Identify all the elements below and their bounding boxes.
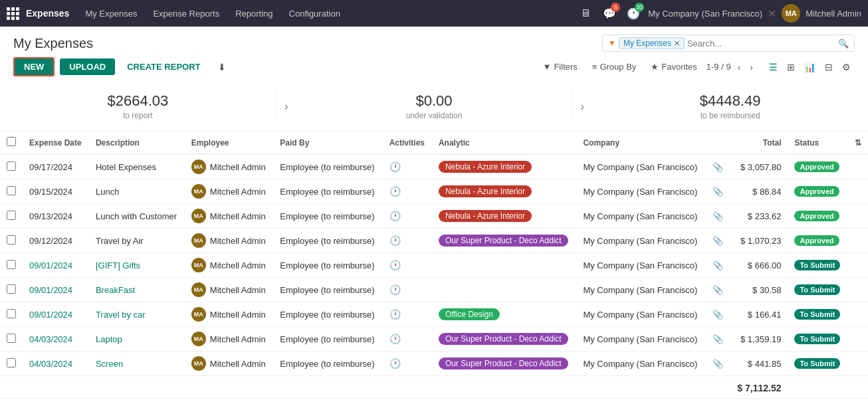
col-actions: ⇅: [848, 132, 868, 154]
date-cell[interactable]: 09/01/2024: [23, 253, 89, 278]
date-cell[interactable]: 04/03/2024: [23, 352, 89, 376]
activity-clock-icon[interactable]: 🕐: [389, 358, 401, 369]
search-input[interactable]: [687, 39, 838, 49]
activity-icon-btn[interactable]: 🕐 30: [624, 4, 643, 23]
kanban-view-icon[interactable]: ⊞: [783, 59, 799, 75]
activity-clock-icon[interactable]: 🕐: [389, 309, 401, 320]
app-logo[interactable]: Expenses: [7, 7, 69, 20]
total-cell: $ 441.85: [730, 352, 788, 376]
employee-cell: MA Mitchell Admin: [185, 352, 273, 376]
filter-icon-small: ▼: [543, 62, 552, 72]
chat-icon-btn[interactable]: 💬 5: [600, 4, 619, 23]
company-cell: My Company (San Francisco): [576, 253, 705, 278]
date-cell[interactable]: 09/01/2024: [23, 278, 89, 302]
description-cell[interactable]: Travel by car: [89, 302, 185, 327]
employee-name: Mitchell Admin: [210, 334, 266, 344]
to-report-arrow[interactable]: ›: [276, 100, 296, 114]
to-be-reimbursed-label: to be reimbursed: [592, 111, 868, 120]
row-checkbox[interactable]: [7, 260, 16, 269]
next-page-button[interactable]: ›: [747, 60, 756, 74]
group-by-label: Group By: [599, 62, 636, 72]
row-checkbox[interactable]: [7, 161, 16, 171]
company-cell: My Company (San Francisco): [576, 302, 705, 327]
search-button[interactable]: 🔍: [838, 39, 849, 49]
nav-right-area: 🖥 💬 5 🕐 30 My Company (San Francisco) ✕ …: [576, 4, 861, 23]
nav-my-expenses[interactable]: My Expenses: [78, 6, 144, 21]
activity-clock-icon[interactable]: 🕐: [389, 211, 401, 221]
summary-to-be-reimbursed: $4448.49 to be reimbursed: [592, 92, 868, 120]
date-cell[interactable]: 09/01/2024: [23, 302, 89, 327]
nav-configuration[interactable]: Configuration: [282, 6, 347, 21]
employee-avatar: MA: [191, 356, 206, 371]
list-view-icon[interactable]: ☰: [765, 59, 782, 75]
grid-icon: [7, 7, 19, 20]
col-description[interactable]: Description: [89, 132, 185, 154]
activity-clock-icon[interactable]: 🕐: [389, 235, 401, 246]
nav-reporting[interactable]: Reporting: [229, 6, 279, 21]
filter-tag-label: My Expenses: [623, 39, 671, 48]
activity-clock-icon[interactable]: 🕐: [389, 284, 401, 295]
status-badge: Approved: [794, 211, 839, 221]
chart-view-icon[interactable]: 📊: [800, 59, 819, 75]
search-bar: ▼ My Expenses ✕ 🔍: [602, 35, 855, 52]
settings-view-icon[interactable]: ⚙: [838, 59, 855, 75]
col-status[interactable]: Status: [788, 132, 847, 154]
date-cell: 09/17/2024: [23, 154, 89, 179]
under-validation-arrow[interactable]: ›: [572, 100, 592, 114]
date-cell: 09/13/2024: [23, 204, 89, 229]
date-cell[interactable]: 04/03/2024: [23, 327, 89, 352]
new-button[interactable]: NEW: [13, 57, 54, 76]
row-checkbox[interactable]: [7, 211, 16, 220]
download-button[interactable]: ⬇: [213, 58, 231, 76]
prev-page-button[interactable]: ‹: [735, 60, 744, 74]
support-icon-btn[interactable]: 🖥: [576, 4, 595, 23]
col-employee[interactable]: Employee: [185, 132, 273, 154]
group-by-button[interactable]: ≡ Group By: [587, 59, 642, 74]
filters-button[interactable]: ▼ Filters: [538, 59, 583, 74]
favorites-button[interactable]: ★ Favorites: [645, 59, 702, 74]
upload-button[interactable]: UPLOAD: [60, 58, 115, 75]
row-checkbox[interactable]: [7, 284, 16, 294]
col-expense-date[interactable]: Expense Date: [23, 132, 89, 154]
description-cell[interactable]: BreakFast: [89, 278, 185, 302]
activity-clock-icon[interactable]: 🕐: [389, 260, 401, 270]
row-checkbox[interactable]: [7, 358, 16, 367]
analytic-cell: Nebula - Azure Interior: [432, 179, 576, 204]
filter-tag-close[interactable]: ✕: [674, 39, 680, 48]
user-avatar[interactable]: MA: [782, 4, 800, 23]
col-total[interactable]: Total: [730, 132, 788, 154]
page-title: My Expenses: [13, 36, 93, 51]
employee-name: Mitchell Admin: [210, 359, 266, 369]
row-checkbox[interactable]: [7, 235, 16, 245]
summary-under-validation: $0.00 under validation: [296, 92, 573, 120]
col-company[interactable]: Company: [576, 132, 705, 154]
description-cell[interactable]: Screen: [89, 352, 185, 376]
nav-expense-reports[interactable]: Expense Reports: [146, 6, 226, 21]
activities-cell: 🕐: [383, 327, 432, 352]
grid-view-icon[interactable]: ⊟: [821, 59, 837, 75]
col-paid-by[interactable]: Paid By: [273, 132, 382, 154]
description-cell: Lunch with Customer: [89, 204, 185, 229]
summary-to-report: $2664.03 to report: [0, 92, 276, 120]
create-report-button[interactable]: CREATE REPORT: [120, 58, 207, 75]
under-validation-amount: $0.00: [296, 92, 572, 110]
row-checkbox[interactable]: [7, 186, 16, 195]
select-all-checkbox[interactable]: [7, 137, 16, 146]
clip-cell: 📎: [706, 179, 730, 204]
row-checkbox[interactable]: [7, 309, 16, 318]
description-cell[interactable]: Laptop: [89, 327, 185, 352]
settings-icon[interactable]: ✕: [768, 7, 776, 20]
col-analytic[interactable]: Analytic: [432, 132, 576, 154]
activity-clock-icon[interactable]: 🕐: [389, 161, 401, 172]
activity-clock-icon[interactable]: 🕐: [389, 334, 401, 344]
employee-avatar: MA: [191, 233, 206, 248]
description-cell[interactable]: [GIFT] Gifts: [89, 253, 185, 278]
employee-avatar: MA: [191, 184, 206, 199]
employee-name: Mitchell Admin: [210, 211, 266, 221]
activity-clock-icon[interactable]: 🕐: [389, 186, 401, 197]
employee-avatar: MA: [191, 282, 206, 297]
view-icons: ☰ ⊞ 📊 ⊟ ⚙: [765, 59, 855, 75]
activities-cell: 🕐: [383, 352, 432, 376]
status-cell: Approved: [788, 229, 847, 253]
row-checkbox[interactable]: [7, 334, 16, 343]
